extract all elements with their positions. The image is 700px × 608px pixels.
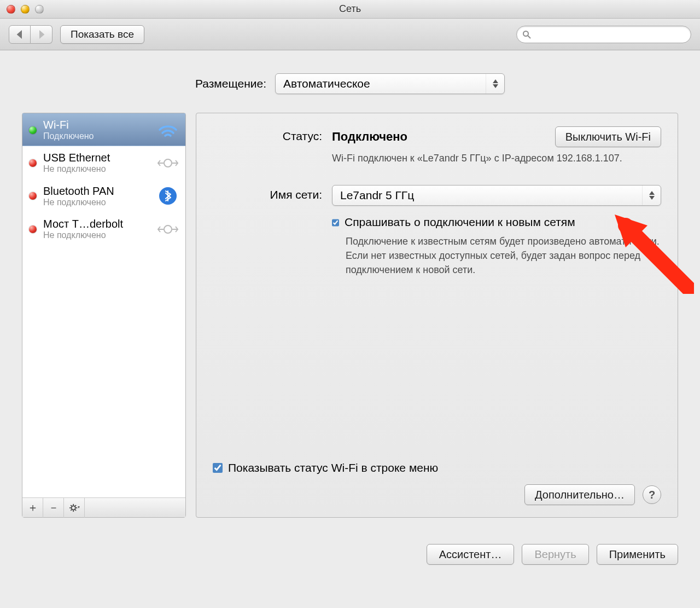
svg-point-5 [71,506,75,509]
svg-point-4 [164,225,172,233]
location-label: Размещение: [195,77,266,90]
chevron-right-icon [38,30,45,39]
network-name-value: Le7andr 5 ГГц [340,189,414,202]
toolbar: Показать все [0,19,700,50]
svg-line-10 [71,505,72,506]
updown-chevrons-icon [642,186,661,205]
show-all-button[interactable]: Показать все [60,25,144,44]
search-icon [522,30,531,39]
svg-line-12 [71,509,72,511]
advanced-button[interactable]: Дополнительно… [524,484,635,505]
add-interface-button[interactable]: ＋ [22,498,43,518]
sidebar-footer: ＋ － [22,497,185,517]
nav-back-forward [9,25,52,44]
revert-button[interactable]: Вернуть [522,544,588,565]
status-dot-icon [29,225,37,233]
ethernet-icon [157,154,179,172]
sidebar-item-thunderbolt-bridge[interactable]: Мост T…derbolt Не подключено [22,212,185,245]
sidebar-item-wifi[interactable]: Wi-Fi Подключено [22,113,185,146]
chevron-left-icon [16,30,24,39]
svg-line-1 [528,36,530,38]
interface-title: Wi-Fi [43,119,150,131]
apply-button[interactable]: Применить [597,544,678,565]
sidebar-item-usb-ethernet[interactable]: USB Ethernet Не подключено [22,146,185,179]
svg-line-13 [75,505,76,506]
search-field[interactable] [516,26,691,43]
interface-title: USB Ethernet [43,152,150,164]
show-status-menubar-checkbox[interactable] [213,463,223,473]
toggle-wifi-button[interactable]: Выключить Wi-Fi [555,126,661,147]
titlebar: Сеть [0,0,700,19]
ask-join-label: Спрашивать о подключении к новым сетям [345,216,661,229]
svg-line-11 [75,509,76,511]
ask-join-description: Подключение к известным сетям будет прои… [345,234,661,277]
ethernet-icon [157,221,179,238]
svg-point-2 [164,159,172,167]
remove-interface-button[interactable]: － [43,498,64,518]
show-status-menubar-label: Показывать статус Wi-Fi в строке меню [228,461,438,474]
network-name-label: Имя сети: [213,185,322,201]
interface-title: Мост T…derbolt [43,218,150,230]
interface-actions-button[interactable] [64,498,85,518]
nav-back-button[interactable] [9,25,31,44]
status-value: Подключено [332,130,407,144]
detail-panel: Статус: Подключено Выключить Wi-Fi Wi-Fi… [196,113,678,518]
status-dot-icon [29,192,37,200]
interface-subtitle: Не подключено [43,164,150,174]
interfaces-sidebar: Wi-Fi Подключено USB Ethernet Не подключ… [22,113,186,518]
status-label: Статус: [213,126,322,143]
network-name-dropdown[interactable]: Le7andr 5 ГГц [332,185,661,206]
help-button[interactable]: ? [643,485,661,504]
wifi-icon [157,121,179,139]
gear-icon [69,503,80,512]
location-row: Размещение: Автоматическое [22,73,678,94]
ask-join-checkbox[interactable] [332,218,339,228]
location-value: Автоматическое [283,77,370,90]
location-dropdown[interactable]: Автоматическое [275,73,505,94]
status-dot-icon [29,159,37,167]
interface-subtitle: Подключено [43,131,150,141]
bluetooth-icon [157,187,179,205]
updown-chevrons-icon [486,74,504,94]
sidebar-item-bluetooth-pan[interactable]: Bluetooth PAN Не подключено [22,179,185,212]
interface-subtitle: Не подключено [43,198,150,207]
window-action-buttons: Ассистент… Вернуть Применить [0,531,700,565]
search-input[interactable] [534,30,685,39]
assistant-button[interactable]: Ассистент… [427,544,515,565]
nav-forward-button[interactable] [31,25,52,44]
interface-title: Bluetooth PAN [43,185,150,198]
interface-subtitle: Не подключено [43,230,150,240]
svg-point-0 [523,31,528,36]
status-dot-icon [29,126,37,134]
window-title: Сеть [0,3,700,15]
status-description: Wi-Fi подключен к «Le7andr 5 ГГц» с IP-а… [332,152,661,165]
